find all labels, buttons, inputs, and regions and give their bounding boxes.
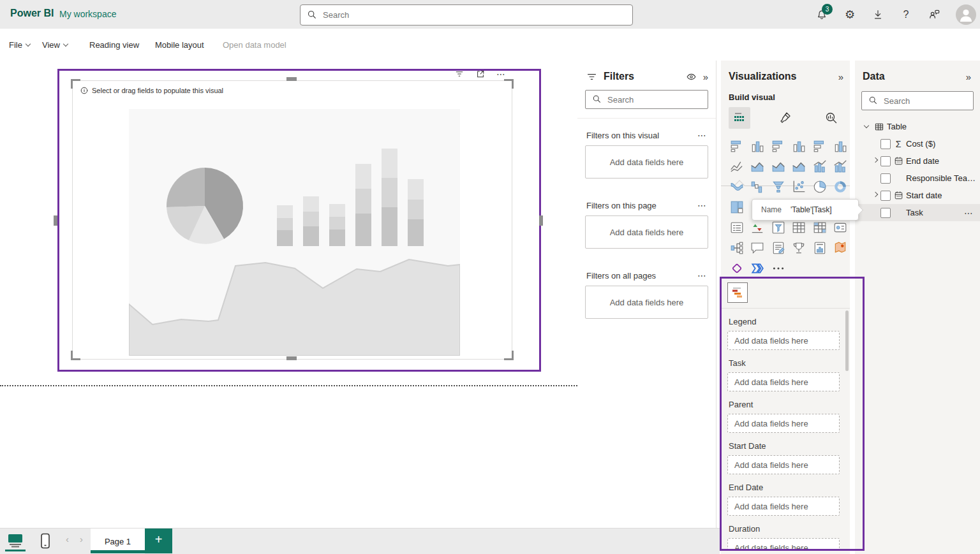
mobile-view-button[interactable]	[40, 533, 51, 551]
visual-type-power-automate[interactable]	[749, 260, 766, 277]
web-view-button[interactable]	[6, 533, 24, 550]
chevron-down-icon[interactable]	[864, 123, 869, 128]
collapse-pane-icon[interactable]: »	[703, 71, 708, 82]
tab-format-visual[interactable]	[775, 107, 796, 129]
field-checkbox[interactable]	[880, 208, 891, 218]
visual-type-paginated-report[interactable]	[811, 240, 828, 256]
field-row-start-date[interactable]: Start date	[855, 187, 980, 204]
visual-type-table[interactable]	[791, 219, 808, 236]
field-checkbox[interactable]	[880, 173, 891, 184]
well-dropzone-legend[interactable]: Add data fields here	[727, 331, 840, 350]
visual-type-treemap[interactable]	[728, 199, 745, 215]
visual-type-stacked-area-chart[interactable]	[769, 158, 787, 175]
visual-type-kpi[interactable]	[749, 219, 766, 236]
global-search[interactable]	[300, 4, 633, 26]
table-node[interactable]: Table	[855, 118, 980, 135]
visual-type-ribbon-chart[interactable]	[728, 179, 745, 195]
wells-scrollbar[interactable]	[845, 310, 849, 371]
notifications-button[interactable]: 3	[815, 8, 828, 21]
visual-type-line-and-stacked-column-chart[interactable]	[811, 158, 828, 175]
visual-type-clustered-bar-chart[interactable]	[769, 138, 787, 154]
settings-gear-button[interactable]: ⚙	[843, 8, 856, 21]
visual-type-waterfall-chart[interactable]	[749, 179, 766, 195]
menu-view[interactable]: View	[42, 29, 68, 61]
field-more-icon[interactable]: ⋯	[964, 208, 974, 218]
visual-type-matrix[interactable]	[811, 219, 828, 236]
resize-handle-corner[interactable]	[504, 351, 514, 360]
visual-type-qa-visual[interactable]	[749, 240, 766, 256]
section-more-icon[interactable]: ⋯	[697, 270, 707, 281]
filters-page-dropzone[interactable]: Add data fields here	[585, 215, 708, 249]
visual-type-stacked-column-chart[interactable]	[749, 138, 766, 154]
tab-analytics[interactable]	[820, 107, 842, 129]
filters-visual-dropzone[interactable]: Add data fields here	[585, 145, 708, 179]
visual-type-power-apps[interactable]	[728, 260, 745, 277]
report-canvas[interactable]: ⋯ Select or drag fields to populate this…	[0, 61, 578, 528]
field-row-responsible-team[interactable]: Responsible Tea…	[855, 170, 980, 187]
help-button[interactable]: ?	[900, 8, 912, 21]
well-dropzone-parent[interactable]: Add data fields here	[727, 414, 840, 433]
global-search-input[interactable]	[322, 10, 632, 20]
menu-mobile-layout[interactable]: Mobile layout	[155, 29, 204, 61]
visual-type-100-stacked-column-chart[interactable]	[832, 138, 849, 154]
section-more-icon[interactable]: ⋯	[697, 200, 707, 210]
visual-type-line-chart[interactable]	[728, 158, 745, 175]
menu-file[interactable]: File	[9, 29, 30, 61]
well-dropzone-start-date[interactable]: Add data fields here	[727, 455, 840, 474]
visual-type-multi-row-card[interactable]	[728, 219, 745, 236]
page-prev-icon[interactable]: ‹	[66, 534, 69, 544]
visual-type-smart-narrative[interactable]	[769, 240, 787, 256]
field-row-task[interactable]: Task ⋯	[855, 204, 980, 221]
well-dropzone-task[interactable]: Add data fields here	[727, 372, 840, 391]
resize-handle-corner[interactable]	[504, 79, 514, 89]
field-checkbox[interactable]	[880, 156, 891, 166]
focus-mode-icon[interactable]	[475, 69, 486, 81]
visual-type-scatter-chart[interactable]	[791, 179, 808, 195]
visual-type-clustered-column-chart[interactable]	[791, 138, 808, 154]
visual-type-line-and-clustered-column-chart[interactable]	[832, 158, 849, 175]
new-page-button[interactable]: +	[145, 528, 172, 550]
resize-handle-corner[interactable]	[71, 79, 80, 89]
visual-filter-icon[interactable]	[454, 69, 464, 81]
page-next-icon[interactable]: ›	[80, 534, 83, 544]
filters-search[interactable]	[585, 90, 708, 109]
resize-handle-top[interactable]	[286, 77, 297, 81]
visual-type-button-slicer[interactable]	[832, 219, 849, 236]
data-search[interactable]	[861, 91, 974, 110]
well-dropzone-duration[interactable]: Add data fields here	[727, 538, 840, 550]
visual-type-donut-chart[interactable]	[832, 179, 849, 195]
collapse-pane-icon[interactable]: »	[966, 71, 971, 82]
visual-type-100-stacked-area-chart[interactable]	[791, 158, 808, 175]
chevron-right-icon[interactable]	[873, 192, 878, 197]
visual-type-slicer[interactable]	[769, 219, 787, 236]
data-search-input[interactable]	[882, 96, 973, 106]
feedback-icon[interactable]	[928, 8, 940, 21]
selected-visual[interactable]: Select or drag fields to populate this v…	[72, 80, 512, 360]
account-avatar[interactable]	[956, 4, 976, 25]
resize-handle-bottom[interactable]	[286, 356, 297, 360]
visual-type-metrics[interactable]	[791, 240, 808, 256]
resize-handle-corner[interactable]	[71, 351, 80, 360]
menu-reading-view[interactable]: Reading view	[89, 29, 139, 61]
eye-icon[interactable]	[686, 71, 697, 82]
field-checkbox[interactable]	[880, 191, 891, 201]
field-row-cost[interactable]: Σ Cost ($)	[855, 135, 980, 152]
workspace-breadcrumb[interactable]: My workspace	[59, 9, 116, 19]
visual-type-100-stacked-bar-chart[interactable]	[811, 138, 828, 154]
visual-type-pie-chart[interactable]	[811, 179, 828, 195]
well-dropzone-end-date[interactable]: Add data fields here	[727, 497, 840, 516]
visual-type-decomposition-tree[interactable]	[728, 240, 745, 256]
visual-type-stacked-bar-chart[interactable]	[728, 138, 745, 154]
visual-type-more-visuals[interactable]	[769, 260, 787, 277]
visual-type-funnel-chart[interactable]	[769, 179, 787, 195]
section-more-icon[interactable]: ⋯	[697, 130, 707, 140]
resize-handle-right[interactable]	[539, 215, 543, 226]
resize-handle-left[interactable]	[54, 215, 57, 226]
filters-all-pages-dropzone[interactable]: Add data fields here	[585, 286, 708, 319]
visual-type-area-chart[interactable]	[749, 158, 766, 175]
filters-search-input[interactable]	[606, 94, 708, 105]
field-row-end-date[interactable]: End date	[855, 152, 980, 170]
collapse-pane-icon[interactable]: »	[838, 71, 843, 82]
powerbi-logo[interactable]: Power BI	[10, 8, 54, 19]
tab-build-visual[interactable]	[729, 107, 750, 129]
